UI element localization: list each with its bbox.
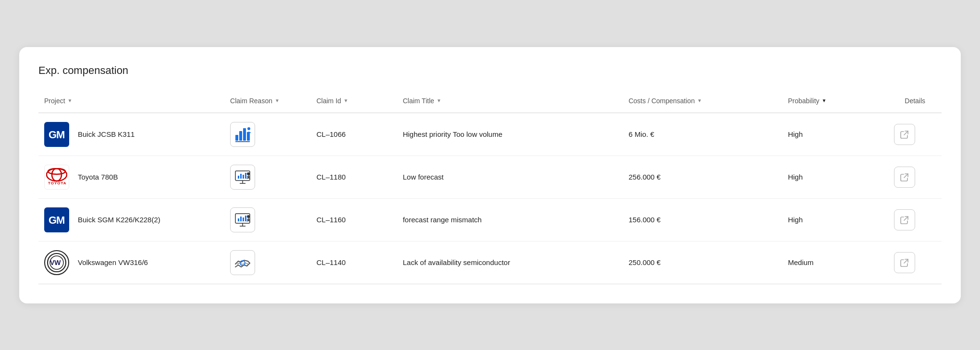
probability-sort-icon: ▼ xyxy=(822,98,827,103)
svg-rect-3 xyxy=(243,128,246,141)
probability-cell: Medium xyxy=(782,241,888,284)
svg-text:GM: GM xyxy=(49,214,64,226)
claim-reason-cell xyxy=(224,198,311,241)
svg-text:VW: VW xyxy=(50,259,61,266)
project-cell: TOYOTA Toyota 780B xyxy=(38,156,224,198)
costs-cell: 250.000 € xyxy=(623,241,782,284)
table-row: VW Volkswagen VW316/6 CL–1140 La xyxy=(38,241,942,284)
details-link-button[interactable] xyxy=(894,252,915,273)
claim-title-cell: Low forecast xyxy=(397,156,623,198)
probability-cell: High xyxy=(782,156,888,198)
col-header-claimreason[interactable]: Claim Reason ▼ xyxy=(224,92,311,113)
claim-reason-cell xyxy=(224,241,311,284)
toyota-logo-icon: TOYOTA xyxy=(44,165,69,190)
claim-id-cell: CL–1140 xyxy=(311,241,397,284)
costs-cell: 6 Mio. € xyxy=(623,113,782,156)
svg-rect-13 xyxy=(240,174,242,179)
project-name: Buick SGM K226/K228(2) xyxy=(78,216,160,224)
claim-title-cell: Lack of availability semiconductor xyxy=(397,241,623,284)
table-row: GM Buick SGM K226/K228(2) xyxy=(38,198,942,241)
claimid-sort-icon: ▼ xyxy=(343,98,348,103)
svg-rect-26 xyxy=(245,216,246,221)
svg-rect-2 xyxy=(239,131,242,141)
claimreason-sort-icon: ▼ xyxy=(275,98,280,103)
probability-cell: High xyxy=(782,113,888,156)
svg-rect-15 xyxy=(245,173,246,179)
claims-table: Project ▼ Claim Reason ▼ Claim Id ▼ xyxy=(38,92,942,284)
claim-reason-cell xyxy=(224,113,311,156)
col-header-claimid[interactable]: Claim Id ▼ xyxy=(311,92,397,113)
claim-reason-cell xyxy=(224,156,311,198)
gm-logo-icon: GM xyxy=(44,207,69,232)
volume-claim-reason-icon xyxy=(230,122,255,147)
project-cell: GM Buick SGM K226/K228(2) xyxy=(38,198,224,241)
details-cell xyxy=(888,198,942,241)
col-header-costs[interactable]: Costs / Compensation ▼ xyxy=(623,92,782,113)
details-link-button[interactable] xyxy=(894,167,915,188)
details-cell xyxy=(888,113,942,156)
project-cell: VW Volkswagen VW316/6 xyxy=(38,241,224,284)
claim-id-cell: CL–1180 xyxy=(311,156,397,198)
svg-text:TOYOTA: TOYOTA xyxy=(48,181,67,185)
claim-id-cell: CL–1066 xyxy=(311,113,397,156)
vw-logo-icon: VW xyxy=(44,250,69,275)
svg-rect-12 xyxy=(238,176,239,179)
claim-id-cell: CL–1160 xyxy=(311,198,397,241)
col-header-project[interactable]: Project ▼ xyxy=(38,92,224,113)
col-header-probability[interactable]: Probability ▼ xyxy=(782,92,888,113)
svg-rect-1 xyxy=(235,135,238,141)
table-row: TOYOTA Toyota 780B xyxy=(38,156,942,198)
presentation-claim-reason-icon xyxy=(230,207,255,232)
details-cell xyxy=(888,156,942,198)
costs-cell: 256.000 € xyxy=(623,156,782,198)
claim-title-cell: Highest priority Too low volume xyxy=(397,113,623,156)
svg-rect-23 xyxy=(238,218,239,221)
details-cell xyxy=(888,241,942,284)
project-name: Volkswagen VW316/6 xyxy=(78,258,148,266)
col-header-claimtitle[interactable]: Claim Title ▼ xyxy=(397,92,623,113)
svg-rect-25 xyxy=(243,217,244,221)
svg-text:GM: GM xyxy=(49,129,64,140)
details-link-button[interactable] xyxy=(894,124,915,145)
col-header-details: Details xyxy=(888,92,942,113)
project-cell: GM Buick JCSB K311 xyxy=(38,113,224,156)
claimtitle-sort-icon: ▼ xyxy=(437,98,441,103)
main-card: Exp. compensation Project ▼ Claim Reason… xyxy=(19,47,961,303)
handshake-claim-reason-icon xyxy=(230,250,255,275)
costs-sort-icon: ▼ xyxy=(697,98,702,103)
probability-cell: High xyxy=(782,198,888,241)
claim-title-cell: forecast range mismatch xyxy=(397,198,623,241)
project-name: Toyota 780B xyxy=(78,173,118,181)
costs-cell: 156.000 € xyxy=(623,198,782,241)
presentation-claim-reason-icon xyxy=(230,165,255,190)
svg-point-18 xyxy=(247,172,250,175)
project-name: Buick JCSB K311 xyxy=(78,130,135,138)
svg-point-9 xyxy=(48,169,65,174)
gm-logo-icon: GM xyxy=(44,122,69,147)
svg-point-6 xyxy=(247,127,250,130)
svg-rect-14 xyxy=(243,175,244,179)
svg-point-29 xyxy=(247,215,250,218)
details-link-button[interactable] xyxy=(894,209,915,230)
project-sort-icon: ▼ xyxy=(68,98,73,103)
page-title: Exp. compensation xyxy=(38,64,942,77)
svg-rect-4 xyxy=(247,132,250,141)
table-row: GM Buick JCSB K311 xyxy=(38,113,942,156)
svg-rect-24 xyxy=(240,217,242,221)
